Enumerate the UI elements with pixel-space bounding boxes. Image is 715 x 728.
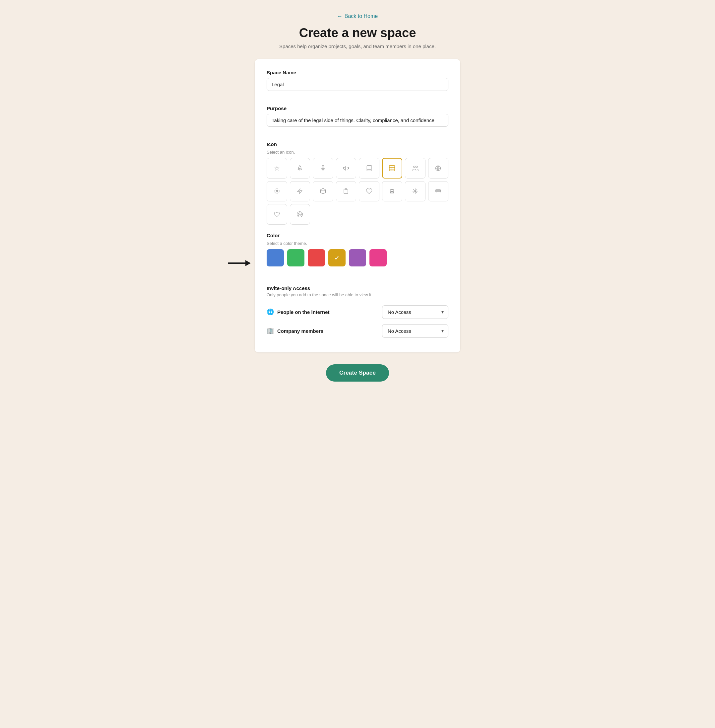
svg-point-8 [413, 166, 415, 168]
icon-target[interactable] [290, 204, 311, 225]
icon-megaphone[interactable] [336, 158, 356, 178]
icon-table[interactable] [382, 158, 403, 178]
company-access-row: 🏢 Company members No Access Can View Can… [267, 324, 448, 338]
color-pink[interactable] [370, 249, 387, 266]
access-section: Invite-only Access Only people you add t… [255, 276, 460, 352]
color-field: Color Select a color theme. ✓ [267, 233, 448, 266]
color-red[interactable] [308, 249, 325, 266]
icon-label: Icon [267, 141, 448, 147]
internet-label-text: People on the internet [277, 309, 330, 315]
access-subtitle: Only people you add to the space will be… [267, 292, 448, 297]
card-top-section: Space Name Purpose Icon Select an icon. … [255, 59, 460, 276]
icon-rocket[interactable] [290, 158, 311, 178]
svg-rect-1 [322, 165, 324, 168]
internet-access-row: 🌐 People on the internet No Access Can V… [267, 305, 448, 319]
svg-point-9 [416, 166, 417, 168]
access-title: Invite-only Access [267, 285, 448, 291]
purpose-field: Purpose [267, 106, 448, 133]
purpose-label: Purpose [267, 106, 448, 111]
svg-point-0 [299, 168, 300, 169]
icon-book[interactable] [359, 158, 379, 178]
icon-sublabel: Select an icon. [267, 150, 448, 155]
create-space-card: Space Name Purpose Icon Select an icon. … [255, 59, 460, 352]
icon-snowflake[interactable] [405, 181, 425, 202]
icon-bolt[interactable] [290, 181, 311, 202]
internet-access-select-wrapper: No Access Can View Can Edit ▾ [382, 305, 448, 319]
icon-globe[interactable] [428, 158, 449, 178]
svg-marker-13 [298, 189, 302, 194]
icon-field: Icon Select an icon. ☆ [267, 141, 448, 225]
icon-heart[interactable] [267, 204, 287, 225]
create-space-button[interactable]: Create Space [326, 364, 389, 382]
svg-point-21 [297, 211, 303, 217]
color-grid: ✓ [267, 249, 448, 266]
page-title: Create a new space [299, 26, 416, 40]
icon-trash[interactable] [382, 181, 403, 202]
create-button-wrapper: Create Space [326, 364, 389, 382]
icon-clipboard[interactable] [336, 181, 356, 202]
icon-people[interactable] [405, 158, 425, 178]
icon-grid: ☆ [267, 158, 448, 225]
space-name-label: Space Name [267, 69, 448, 76]
color-green[interactable] [287, 249, 305, 266]
color-blue[interactable] [267, 249, 284, 266]
page-subtitle: Spaces help organize projects, goals, an… [279, 44, 436, 49]
company-icon: 🏢 [267, 327, 274, 334]
svg-rect-20 [436, 191, 441, 192]
icon-bench[interactable] [428, 181, 449, 202]
icon-leaf[interactable] [359, 181, 379, 202]
icon-star[interactable]: ☆ [267, 158, 287, 178]
color-purple[interactable] [349, 249, 366, 266]
svg-rect-4 [389, 166, 395, 171]
color-yellow[interactable]: ✓ [328, 249, 345, 266]
company-label-text: Company members [277, 328, 323, 334]
svg-point-22 [298, 213, 302, 216]
icon-mic[interactable] [313, 158, 333, 178]
arrow-shaft [228, 263, 246, 264]
space-name-input[interactable] [267, 78, 448, 91]
globe-icon: 🌐 [267, 308, 274, 316]
space-name-field: Space Name [267, 69, 448, 98]
company-access-label: 🏢 Company members [267, 327, 323, 334]
company-access-select[interactable]: No Access Can View Can Edit [382, 324, 448, 338]
svg-rect-15 [345, 189, 347, 190]
icon-cube[interactable] [313, 181, 333, 202]
back-arrow-icon: ← [337, 13, 342, 19]
company-access-select-wrapper: No Access Can View Can Edit ▾ [382, 324, 448, 338]
internet-access-select[interactable]: No Access Can View Can Edit [382, 305, 448, 319]
arrow-head-icon [246, 260, 251, 266]
arrow-indicator [228, 260, 251, 266]
back-link[interactable]: ← Back to Home [337, 13, 378, 19]
icon-flower[interactable] [267, 181, 287, 202]
purpose-input[interactable] [267, 114, 448, 127]
svg-point-23 [299, 214, 300, 215]
color-sublabel: Select a color theme. [267, 241, 448, 246]
color-label: Color [267, 233, 448, 238]
back-link-label: Back to Home [345, 13, 378, 19]
internet-access-label: 🌐 People on the internet [267, 308, 330, 316]
